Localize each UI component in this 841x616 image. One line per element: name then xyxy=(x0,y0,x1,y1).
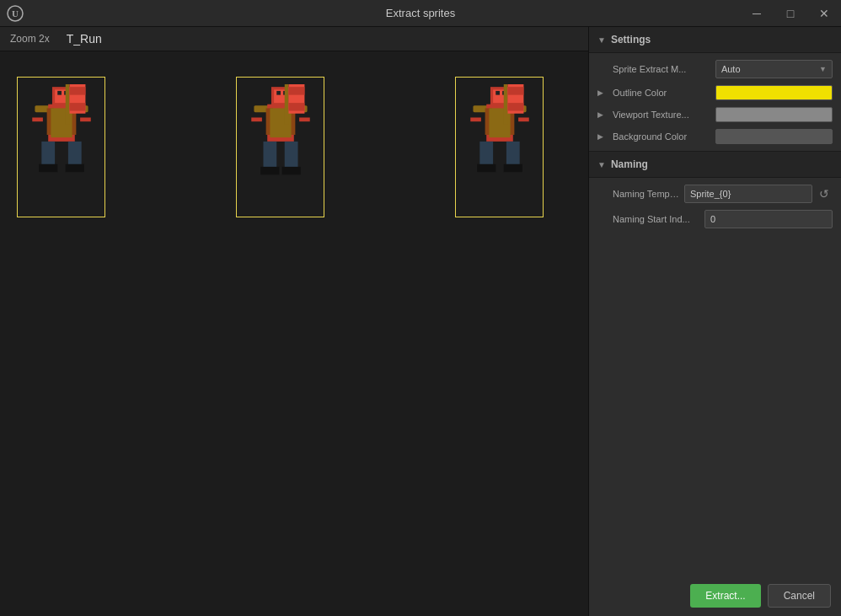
sprites-area xyxy=(0,51,588,243)
close-button[interactable]: ✕ xyxy=(807,0,841,27)
sprite-extract-mode-row: Sprite Extract M... Auto ▼ xyxy=(589,56,841,82)
sprite-extract-selected: Auto xyxy=(721,64,741,74)
app-logo: U xyxy=(7,5,24,22)
svg-rect-16 xyxy=(80,117,91,121)
sprite-frame-2[interactable] xyxy=(236,77,324,217)
sprite-image-3 xyxy=(466,84,533,211)
svg-rect-32 xyxy=(260,166,279,174)
viewport-texture-label: Viewport Texture... xyxy=(613,110,710,120)
svg-rect-52 xyxy=(503,163,522,171)
cancel-button[interactable]: Cancel xyxy=(768,584,831,608)
sprite-image-2 xyxy=(247,84,314,211)
sprite-extract-arrow-icon: ▼ xyxy=(819,65,827,73)
svg-rect-34 xyxy=(251,117,262,121)
panel-spacer xyxy=(589,235,841,616)
svg-rect-17 xyxy=(65,84,69,124)
naming-section: ▼ Naming Naming Template ↺ Naming Start … xyxy=(589,151,841,235)
svg-rect-19 xyxy=(69,87,85,94)
naming-template-value: ↺ xyxy=(684,185,833,203)
action-buttons: Extract... Cancel xyxy=(680,576,841,616)
sprite-image-1 xyxy=(28,84,95,211)
viewport-texture-row: ▶ Viewport Texture... xyxy=(589,104,841,126)
svg-rect-31 xyxy=(284,141,297,170)
outline-color-row: ▶ Outline Color xyxy=(589,82,841,104)
svg-rect-35 xyxy=(299,117,310,121)
naming-template-label: Naming Template xyxy=(613,189,679,199)
zoom-label: Zoom 2x xyxy=(10,33,50,45)
naming-start-index-label: Naming Start Ind... xyxy=(613,214,699,224)
outline-color-swatch[interactable] xyxy=(715,85,833,100)
viewport-header: Zoom 2x T_Run xyxy=(0,27,588,51)
background-color-expand[interactable]: ▶ xyxy=(597,132,608,141)
svg-rect-42 xyxy=(495,90,500,94)
svg-rect-36 xyxy=(284,84,288,124)
naming-template-reset-button[interactable]: ↺ xyxy=(816,185,833,202)
sprite-extract-value: Auto ▼ xyxy=(715,60,833,78)
svg-rect-20 xyxy=(69,103,85,110)
naming-template-row: Naming Template ↺ xyxy=(589,181,841,206)
sprite-canvas-2 xyxy=(237,78,324,217)
settings-section-label: Settings xyxy=(611,34,651,46)
settings-collapse-arrow: ▼ xyxy=(597,35,606,45)
naming-start-index-row: Naming Start Ind... xyxy=(589,206,841,232)
svg-rect-4 xyxy=(57,90,62,94)
outline-color-expand[interactable]: ▶ xyxy=(597,88,608,97)
title-bar: U Extract sprites ─ □ ✕ xyxy=(0,0,841,27)
sprite-canvas-3 xyxy=(456,78,543,217)
svg-rect-51 xyxy=(477,163,495,171)
svg-text:U: U xyxy=(12,8,19,19)
minimize-button[interactable]: ─ xyxy=(740,0,774,27)
sprite-extract-label: Sprite Extract M... xyxy=(613,64,710,74)
svg-rect-15 xyxy=(32,117,43,121)
svg-rect-23 xyxy=(276,90,281,94)
viewport: Zoom 2x T_Run xyxy=(0,27,588,616)
background-color-row: ▶ Background Color xyxy=(589,126,841,147)
svg-rect-54 xyxy=(518,117,529,121)
naming-section-label: Naming xyxy=(611,158,648,170)
settings-section-header[interactable]: ▼ Settings xyxy=(589,27,841,53)
outline-color-label: Outline Color xyxy=(613,88,710,98)
viewport-texture-swatch[interactable] xyxy=(715,107,833,122)
maximize-button[interactable]: □ xyxy=(774,0,807,27)
viewport-texture-expand[interactable]: ▶ xyxy=(597,110,608,119)
window-title: Extract sprites xyxy=(386,7,455,19)
svg-rect-58 xyxy=(507,103,523,110)
svg-rect-14 xyxy=(65,163,83,171)
svg-rect-55 xyxy=(503,84,507,124)
naming-section-content: Naming Template ↺ Naming Start Ind... xyxy=(589,178,841,235)
sprite-canvas-1 xyxy=(18,78,104,217)
svg-rect-30 xyxy=(263,141,276,170)
sprite-frame-1[interactable] xyxy=(17,77,105,217)
background-color-label: Background Color xyxy=(613,131,710,142)
svg-rect-53 xyxy=(470,117,481,121)
background-color-swatch[interactable] xyxy=(715,129,833,144)
extract-button[interactable]: Extract... xyxy=(690,584,760,608)
viewport-texture-value xyxy=(715,107,833,122)
naming-start-index-value xyxy=(704,210,833,228)
background-color-value xyxy=(715,129,833,144)
naming-start-index-input[interactable] xyxy=(704,210,833,228)
sprite-extract-dropdown[interactable]: Auto ▼ xyxy=(715,60,833,78)
sprite-frame-3[interactable] xyxy=(455,77,544,217)
svg-rect-13 xyxy=(39,163,57,171)
asset-name: T_Run xyxy=(67,32,102,46)
main-area: Zoom 2x T_Run xyxy=(0,27,841,616)
svg-rect-57 xyxy=(507,87,523,94)
svg-rect-39 xyxy=(288,103,304,110)
svg-rect-33 xyxy=(281,166,300,174)
svg-rect-38 xyxy=(288,87,304,94)
settings-section-content: Sprite Extract M... Auto ▼ ▶ Outline Col… xyxy=(589,53,841,151)
naming-section-header[interactable]: ▼ Naming xyxy=(589,152,841,178)
outline-color-value xyxy=(715,85,833,100)
naming-template-input[interactable] xyxy=(684,185,812,203)
naming-collapse-arrow: ▼ xyxy=(597,160,606,169)
window-controls: ─ □ ✕ xyxy=(740,0,841,27)
right-panel: ▼ Settings Sprite Extract M... Auto ▼ ▶ … xyxy=(588,27,841,616)
